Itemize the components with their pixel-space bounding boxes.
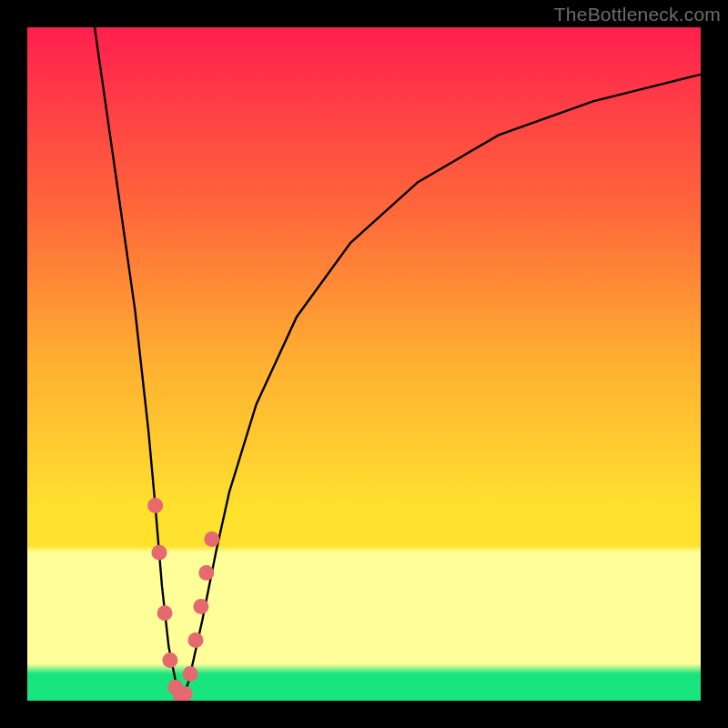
curve-marker <box>162 652 177 668</box>
curve-marker <box>147 498 163 513</box>
curve-marker <box>198 565 214 581</box>
watermark-text: TheBottleneck.com <box>554 4 721 25</box>
curve-layer <box>27 27 701 701</box>
curve-marker <box>152 545 167 561</box>
plot-area <box>27 27 701 701</box>
bottleneck-curve <box>95 27 701 701</box>
curve-marker <box>193 599 208 614</box>
curve-marker <box>183 666 198 682</box>
curve-marker <box>157 605 173 621</box>
marker-group <box>147 498 219 701</box>
figure-frame: TheBottleneck.com <box>0 0 728 728</box>
curve-marker <box>188 632 204 648</box>
curve-marker <box>204 531 219 547</box>
